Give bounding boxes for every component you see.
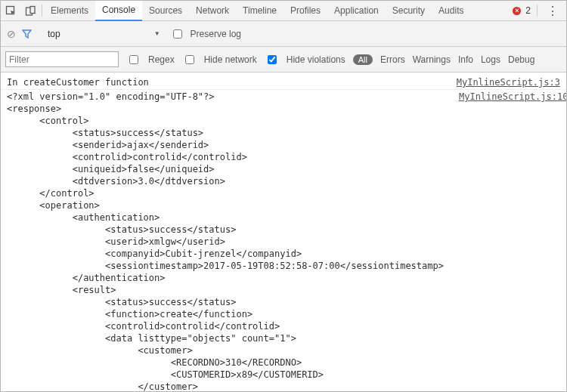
clear-console-icon[interactable]: ⊘ bbox=[7, 28, 16, 40]
hide-violations-label: Hide violations bbox=[287, 54, 345, 65]
hide-network-label: Hide network bbox=[204, 54, 257, 65]
preserve-log-label: Preserve log bbox=[191, 29, 241, 39]
level-errors[interactable]: Errors bbox=[380, 54, 405, 65]
error-badge-icon[interactable]: × bbox=[513, 7, 521, 15]
regex-checkbox[interactable] bbox=[129, 55, 138, 64]
console-output: In createCustomer functionMyInlineScript… bbox=[1, 73, 566, 391]
console-row: <?xml version="1.0" encoding="UTF-8"?> <… bbox=[1, 90, 566, 391]
svg-rect-2 bbox=[30, 6, 35, 13]
tab-security[interactable]: Security bbox=[386, 1, 432, 20]
source-link[interactable]: MyInlineScript.js:3 bbox=[442, 76, 560, 88]
preserve-log-checkbox[interactable] bbox=[173, 29, 182, 39]
tab-application[interactable]: Application bbox=[327, 1, 386, 20]
level-debug[interactable]: Debug bbox=[508, 54, 534, 65]
device-toolbar-icon[interactable] bbox=[20, 1, 40, 20]
level-info[interactable]: Info bbox=[458, 54, 473, 65]
context-selector[interactable]: top ▼ bbox=[44, 27, 164, 41]
error-count[interactable]: 2 bbox=[525, 5, 531, 16]
level-logs[interactable]: Logs bbox=[481, 54, 500, 65]
tab-sources[interactable]: Sources bbox=[142, 1, 189, 20]
console-message: In createCustomer function bbox=[7, 76, 442, 88]
tab-elements[interactable]: Elements bbox=[44, 1, 95, 20]
filter-toolbar: Regex Hide network Hide violations All E… bbox=[1, 47, 566, 73]
filter-input[interactable] bbox=[5, 51, 119, 67]
context-label: top bbox=[48, 29, 60, 39]
source-link[interactable]: MyInlineScript.js:10 bbox=[444, 91, 566, 391]
devtools-window: ElementsConsoleSourcesNetworkTimelinePro… bbox=[0, 0, 567, 392]
chevron-down-icon: ▼ bbox=[154, 30, 160, 37]
console-message: <?xml version="1.0" encoding="UTF-8"?> <… bbox=[7, 91, 444, 391]
filter-icon[interactable] bbox=[22, 29, 32, 39]
level-warnings[interactable]: Warnings bbox=[413, 54, 451, 65]
tab-audits[interactable]: Audits bbox=[432, 1, 470, 20]
more-menu-icon[interactable]: ⋮ bbox=[544, 4, 562, 18]
tab-timeline[interactable]: Timeline bbox=[236, 1, 284, 20]
tab-console[interactable]: Console bbox=[95, 0, 142, 21]
inspect-element-icon[interactable] bbox=[1, 1, 20, 20]
tab-strip: ElementsConsoleSourcesNetworkTimelinePro… bbox=[1, 1, 566, 21]
regex-label: Regex bbox=[148, 54, 175, 65]
hide-network-checkbox[interactable] bbox=[185, 55, 194, 64]
separator bbox=[42, 5, 42, 17]
tab-network[interactable]: Network bbox=[189, 1, 236, 20]
console-row: In createCustomer functionMyInlineScript… bbox=[1, 76, 566, 90]
separator bbox=[537, 5, 538, 17]
level-all[interactable]: All bbox=[353, 54, 373, 65]
tab-profiles[interactable]: Profiles bbox=[284, 1, 327, 20]
hide-violations-checkbox[interactable] bbox=[268, 55, 277, 64]
console-toolbar: ⊘ top ▼ Preserve log bbox=[1, 21, 566, 47]
